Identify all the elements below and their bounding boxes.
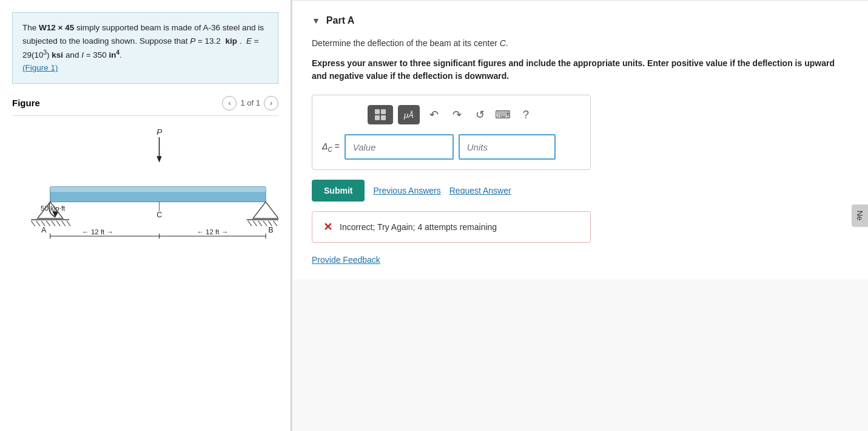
svg-rect-40	[381, 115, 386, 120]
part-collapse-chevron[interactable]: ▼	[312, 16, 320, 25]
svg-text:P: P	[156, 127, 162, 137]
undo-button[interactable]: ↶	[425, 106, 443, 124]
svg-marker-17	[253, 202, 278, 218]
svg-line-9	[31, 221, 35, 226]
svg-line-14	[56, 221, 60, 226]
left-panel: The W12 × 45 simply supported beam is ma…	[0, 0, 291, 431]
undo-icon: ↶	[429, 108, 439, 121]
svg-line-10	[36, 221, 40, 226]
svg-line-22	[263, 221, 267, 226]
mu-label: μÅ	[404, 110, 414, 120]
figure-next-button[interactable]: ›	[264, 96, 278, 110]
redo-button[interactable]: ↷	[448, 106, 466, 124]
svg-text:← 12 ft →: ← 12 ft →	[197, 228, 228, 236]
svg-line-12	[46, 221, 50, 226]
units-input[interactable]	[459, 134, 556, 160]
svg-line-20	[253, 221, 257, 226]
svg-text:← 12 ft →: ← 12 ft →	[82, 228, 113, 236]
math-toolbar: μÅ ↶ ↷ ↺ ⌨ ?	[322, 105, 580, 124]
svg-rect-6	[50, 186, 266, 191]
action-row: Submit Previous Answers Request Answer	[312, 180, 849, 202]
part-section: ▼ Part A Determine the deflection of the…	[292, 0, 868, 279]
request-answer-button[interactable]: Request Answer	[449, 186, 511, 195]
delta-label: ΔC =	[322, 141, 340, 153]
submit-button[interactable]: Submit	[312, 180, 365, 202]
help-icon: ?	[523, 109, 529, 121]
incorrect-text: Incorrect; Try Again; 4 attempts remaini…	[340, 222, 497, 232]
figure-link[interactable]: (Figure 1)	[22, 63, 58, 72]
figure-section: Figure ‹ 1 of 1 › P 50 kip·ft	[12, 93, 278, 419]
figure-header: Figure ‹ 1 of 1 ›	[12, 93, 278, 116]
svg-text:A: A	[41, 226, 47, 234]
beam-diagram: P 50 kip·ft	[12, 123, 278, 263]
svg-line-19	[248, 221, 252, 226]
mu-button[interactable]: μÅ	[398, 105, 420, 124]
redo-icon: ↷	[453, 108, 462, 121]
keyboard-button[interactable]: ⌨	[494, 106, 512, 124]
problem-text-box: The W12 × 45 simply supported beam is ma…	[12, 12, 278, 84]
answer-box: μÅ ↶ ↷ ↺ ⌨ ? ΔC =	[312, 95, 591, 170]
value-input[interactable]	[345, 134, 454, 160]
question-main-text: Determine the deflection of the beam at …	[312, 38, 508, 48]
part-title: Part A	[326, 15, 355, 26]
question-text: Determine the deflection of the beam at …	[312, 37, 849, 50]
keyboard-icon: ⌨	[495, 108, 511, 121]
help-button[interactable]: ?	[517, 106, 535, 124]
refresh-button[interactable]: ↺	[471, 106, 489, 124]
problem-text: The W12 × 45 simply supported beam is ma…	[22, 23, 264, 72]
svg-text:C: C	[156, 211, 162, 219]
question-instructions: Express your answer to three significant…	[312, 57, 849, 83]
refresh-icon: ↺	[476, 108, 485, 121]
figure-nav: ‹ 1 of 1 ›	[222, 96, 278, 110]
figure-title: Figure	[12, 98, 40, 108]
previous-answers-button[interactable]: Previous Answers	[373, 186, 440, 195]
svg-marker-2	[156, 156, 161, 162]
svg-text:B: B	[268, 226, 273, 234]
input-row: ΔC =	[322, 134, 580, 160]
svg-line-24	[274, 221, 277, 226]
figure-page: 1 of 1	[240, 98, 260, 107]
part-header: ▼ Part A	[312, 15, 849, 26]
svg-rect-38	[381, 109, 386, 114]
incorrect-icon: ✕	[323, 220, 332, 234]
figure-prev-button[interactable]: ‹	[222, 96, 237, 110]
svg-line-13	[52, 221, 55, 226]
matrix-icon	[374, 108, 387, 121]
right-panel: ▼ Part A Determine the deflection of the…	[292, 0, 868, 431]
provide-feedback-button[interactable]: Provide Feedback	[312, 255, 380, 265]
svg-line-15	[62, 221, 66, 226]
svg-line-16	[67, 221, 70, 226]
next-button[interactable]: Ne	[852, 205, 868, 227]
figure-container: P 50 kip·ft	[12, 118, 278, 419]
incorrect-box: ✕ Incorrect; Try Again; 4 attempts remai…	[312, 211, 591, 243]
svg-rect-39	[375, 115, 380, 120]
svg-rect-37	[375, 109, 380, 114]
matrix-button[interactable]	[368, 105, 393, 124]
svg-line-21	[258, 221, 262, 226]
